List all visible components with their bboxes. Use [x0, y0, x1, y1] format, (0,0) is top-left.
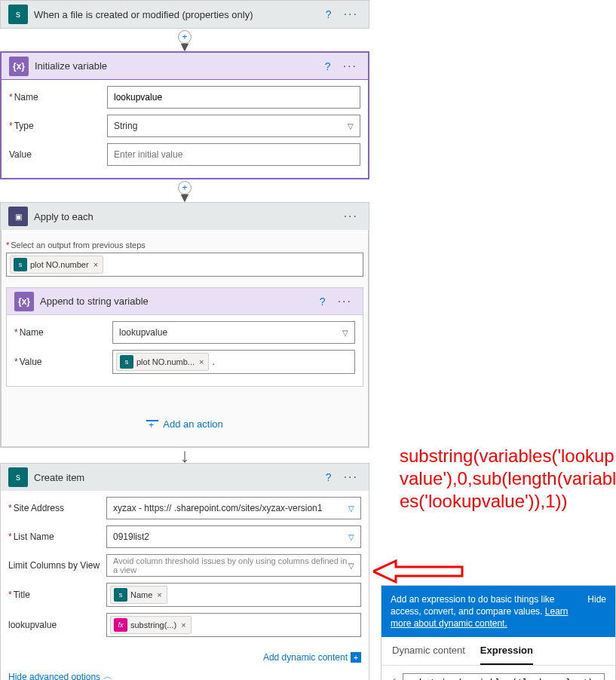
more-icon[interactable]: ···	[341, 470, 361, 484]
add-dynamic-content-link[interactable]: Add dynamic content	[263, 652, 348, 663]
remove-token-icon[interactable]: ×	[198, 357, 205, 366]
sharepoint-icon: s	[8, 5, 28, 24]
add-action-button[interactable]: Add an action	[6, 409, 363, 439]
remove-token-icon[interactable]: ×	[155, 590, 163, 599]
remove-token-icon[interactable]: ×	[179, 620, 187, 629]
init-title: Initialize variable	[35, 60, 316, 72]
value-input[interactable]	[107, 143, 360, 166]
list-value: 0919list2	[113, 531, 149, 542]
arrow-down-icon: ▼	[178, 195, 192, 201]
list-label: List Name	[8, 531, 106, 542]
chevron-down-icon: ▽	[342, 329, 348, 337]
token-text: Name	[130, 590, 152, 599]
lookup-label: lookupvalue	[8, 620, 106, 630]
name-label: Name	[14, 327, 112, 338]
variable-icon: {x}	[14, 292, 34, 311]
help-icon[interactable]: ?	[322, 60, 334, 72]
annotation-text: substring(variables('lookupvalue'),0,sub…	[400, 445, 616, 513]
arrow-down-icon: ▼	[178, 44, 192, 50]
value-token[interactable]: s plot NO.numb... ×	[116, 353, 209, 371]
sharepoint-icon: s	[120, 355, 133, 369]
name-label: Name	[9, 92, 107, 103]
init-header[interactable]: {x} Initialize variable ? ···	[2, 53, 368, 80]
limit-label: Limit Columns by View	[8, 560, 106, 571]
more-icon[interactable]: ···	[335, 295, 355, 308]
title-label: Title	[8, 590, 106, 600]
help-icon[interactable]: ?	[317, 296, 329, 308]
more-icon[interactable]: ···	[341, 8, 361, 21]
adv-link-text: Hide advanced options	[8, 672, 100, 681]
trigger-title: When a file is created or modified (prop…	[34, 9, 317, 20]
chevron-down-icon: ▽	[348, 504, 354, 513]
help-icon[interactable]: ?	[323, 8, 335, 20]
fx-icon: fx	[114, 618, 127, 632]
plus-icon[interactable]: +	[351, 652, 361, 663]
hide-advanced-link[interactable]: Hide advanced options ︿	[8, 670, 112, 680]
value-label: Value	[14, 357, 112, 367]
svg-marker-0	[373, 561, 462, 582]
limit-placeholder: Avoid column threshold issues by only us…	[113, 556, 348, 574]
append-header[interactable]: {x} Append to string variable ? ···	[7, 288, 363, 315]
apply-header[interactable]: ▣ Apply to each ···	[1, 203, 369, 230]
append-variable-step[interactable]: {x} Append to string variable ? ··· Name…	[6, 287, 363, 387]
dc-hide-button[interactable]: Hide	[587, 593, 606, 629]
help-icon[interactable]: ?	[323, 471, 335, 483]
more-icon[interactable]: ···	[340, 60, 360, 73]
apply-to-each-step[interactable]: ▣ Apply to each ··· Select an output fro…	[0, 202, 369, 448]
add-action-label: Add an action	[163, 418, 223, 430]
select-output-label: Select an output from previous steps	[6, 240, 363, 250]
list-select[interactable]: 0919list2 ▽	[106, 525, 361, 548]
tab-dynamic-content[interactable]: Dynamic content	[392, 637, 465, 665]
lookup-field[interactable]: fx substring(...) ×	[106, 613, 361, 637]
variable-icon: {x}	[9, 57, 29, 76]
tab-expression[interactable]: Expression	[480, 637, 533, 665]
loop-icon: ▣	[8, 207, 28, 226]
expression-input[interactable]	[403, 673, 605, 680]
token-text: plot NO.numb...	[136, 357, 195, 366]
title-field[interactable]: s Name ×	[106, 583, 361, 607]
dc-banner: Add an expression to do basic things lik…	[382, 586, 615, 637]
type-value: String	[114, 121, 137, 131]
token-text: plot NO.number	[30, 260, 89, 269]
type-select[interactable]: String ▽	[107, 115, 360, 137]
name-input[interactable]	[107, 86, 360, 109]
more-icon[interactable]: ···	[341, 210, 361, 223]
connector: + ▼	[0, 181, 369, 201]
arrow-down-icon: ↓	[180, 452, 190, 458]
value-label: Value	[9, 149, 107, 160]
create-item-step[interactable]: s Create item ? ··· Site Address xyzax -…	[0, 463, 369, 680]
trailing-text: .	[212, 357, 214, 367]
chevron-down-icon: ▽	[348, 562, 354, 570]
create-title: Create item	[34, 472, 317, 483]
chevron-down-icon: ▽	[348, 122, 354, 130]
dc-message: Add an expression to do basic things lik…	[391, 594, 554, 617]
annotation-arrow	[373, 558, 464, 585]
append-title: Append to string variable	[40, 296, 311, 307]
site-value: xyzax - https:// .sharepoint.com/sites/x…	[113, 503, 322, 513]
fx-icon: fx	[392, 677, 398, 680]
trigger-header[interactable]: s When a file is created or modified (pr…	[1, 1, 369, 28]
select-output-field[interactable]: s plot NO.number ×	[6, 253, 363, 277]
dynamic-content-panel: Add an expression to do basic things lik…	[381, 585, 616, 680]
output-token[interactable]: s plot NO.number ×	[10, 256, 103, 274]
value-field[interactable]: s plot NO.numb... × .	[112, 350, 355, 374]
apply-title: Apply to each	[34, 211, 335, 222]
initialize-variable-step[interactable]: {x} Initialize variable ? ··· Name Type …	[0, 51, 369, 179]
sharepoint-icon: s	[114, 588, 127, 602]
connector: ↓	[0, 452, 369, 458]
trigger-step[interactable]: s When a file is created or modified (pr…	[0, 0, 369, 29]
sharepoint-icon: s	[14, 258, 27, 271]
sharepoint-icon: s	[8, 467, 28, 487]
token-text: substring(...)	[130, 620, 176, 629]
expression-token[interactable]: fx substring(...) ×	[110, 616, 192, 634]
chevron-down-icon: ▽	[348, 533, 354, 541]
chevron-up-icon: ︿	[103, 670, 112, 680]
name-select[interactable]: lookupvalue ▽	[112, 321, 355, 344]
title-token[interactable]: s Name ×	[110, 586, 167, 604]
create-header[interactable]: s Create item ? ···	[1, 464, 369, 491]
name-value: lookupvalue	[119, 327, 167, 338]
remove-token-icon[interactable]: ×	[92, 260, 100, 269]
limit-select[interactable]: Avoid column threshold issues by only us…	[106, 554, 361, 577]
site-select[interactable]: xyzax - https:// .sharepoint.com/sites/x…	[106, 497, 361, 519]
connector: + ▼	[0, 30, 369, 50]
